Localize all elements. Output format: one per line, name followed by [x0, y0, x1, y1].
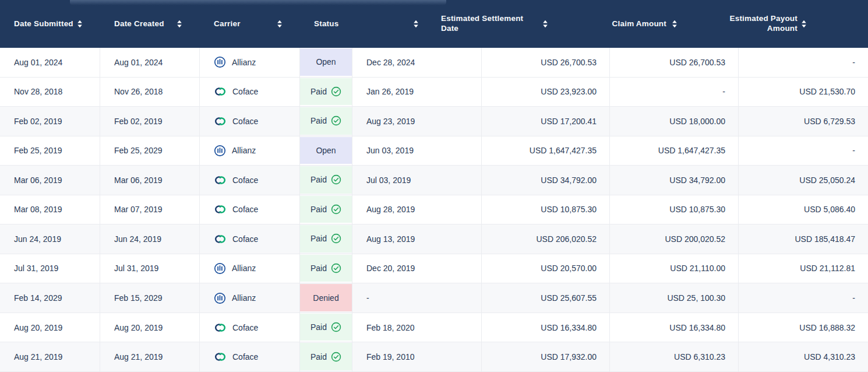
carrier-name: Coface [232, 176, 258, 185]
date-submitted-value: Aug 20, 2019 [14, 323, 62, 332]
status-text: Paid [310, 352, 327, 362]
estimated-settlement-date-value: Dec 20, 2019 [366, 264, 415, 273]
sort-icon[interactable] [801, 20, 807, 28]
estimated-settlement-date-value: Aug 23, 2019 [366, 117, 415, 126]
cell-carrier: Allianz [200, 48, 300, 77]
estimated-payout-amount-value: - [852, 293, 855, 303]
claim-amount-2-value: USD 16,334.80 [669, 323, 725, 332]
paid-check-icon [331, 204, 341, 215]
cell-carrier: Coface [200, 107, 300, 136]
claim-amount-2-value: USD 21,110.00 [670, 264, 725, 273]
cell-claim-amount-2: USD 25, 100.30 [610, 283, 739, 313]
status-badge: Denied [300, 284, 352, 311]
cell-carrier: Allianz [200, 254, 300, 283]
table-row[interactable]: Aug 21, 2019 Aug 21, 2019 Coface [0, 342, 868, 372]
allianz-logo-icon [214, 292, 226, 304]
cell-claim-amount-2: USD 10,875.30 [610, 195, 739, 224]
table-row[interactable]: Feb 02, 2019 Feb 02, 2019 Coface [0, 107, 868, 136]
estimated-settlement-date-value: Feb 19, 2010 [366, 352, 415, 362]
status-badge: Paid [300, 166, 352, 194]
column-label: Date Created [114, 19, 164, 29]
cell-estimated-payout-amount: USD 16,888.32 [739, 313, 868, 342]
estimated-payout-amount-value: - [852, 146, 855, 155]
cell-estimated-payout-amount: USD 6,729.53 [739, 107, 868, 136]
carrier-name: Coface [232, 234, 258, 244]
cell-date-submitted: Feb 14, 2029 [0, 283, 100, 313]
claim-amount-value: USD 206,020.52 [536, 234, 597, 244]
date-created-value: Jul 31, 2019 [114, 264, 158, 273]
table-row[interactable]: Feb 25, 2019 Feb 25, 2029 Allianz [0, 136, 868, 166]
cell-date-created: Jul 31, 2019 [100, 254, 200, 283]
table-row[interactable]: Jun 24, 2019 Jun 24, 2019 Coface [0, 224, 868, 254]
column-header-status[interactable]: Status [300, 0, 427, 48]
status-text: Paid [310, 116, 327, 125]
cell-status: Paid [300, 107, 352, 136]
sort-icon[interactable] [413, 20, 419, 28]
table-row[interactable]: Feb 14, 2029 Feb 15, 2029 Allianz [0, 283, 868, 313]
table-row[interactable]: Mar 08, 2019 Mar 07, 2019 Coface [0, 195, 868, 225]
date-created-value: Aug 20, 2019 [114, 323, 163, 332]
sort-icon[interactable] [177, 20, 182, 28]
cell-status: Paid [300, 166, 352, 195]
table-row[interactable]: Aug 20, 2019 Aug 20, 2019 Coface [0, 313, 868, 343]
column-header-date-created[interactable]: Date Created [100, 0, 200, 48]
column-label: Carrier [214, 19, 241, 29]
date-created-value: Feb 02, 2019 [114, 117, 163, 126]
cell-date-created: Feb 02, 2019 [100, 107, 200, 136]
date-created-value: Nov 26, 2018 [114, 87, 163, 96]
date-submitted-value: Feb 02, 2019 [14, 117, 62, 126]
table-row[interactable]: Mar 06, 2019 Mar 06, 2019 Coface [0, 166, 868, 195]
status-text: Paid [310, 322, 327, 332]
column-header-estimated-settlement-date[interactable]: Estimated Settlement Date [427, 0, 556, 48]
table-row[interactable]: Nov 28, 2018 Nov 26, 2018 Coface [0, 78, 868, 107]
status-text: Denied [313, 293, 338, 303]
cell-carrier: Coface [200, 166, 300, 195]
cell-date-submitted: Mar 08, 2019 [0, 195, 100, 224]
cell-claim-amount: USD 10,875.30 [482, 195, 610, 224]
cell-estimated-settlement-date: Aug 28, 2019 [352, 195, 482, 224]
date-submitted-value: Mar 06, 2019 [14, 176, 62, 185]
column-header-claim-amount[interactable]: Claim Amount [556, 0, 686, 48]
cell-estimated-payout-amount: USD 21,112.81 [739, 254, 868, 283]
estimated-payout-amount-value: - [852, 58, 855, 67]
cell-status: Paid [300, 313, 352, 342]
carrier-name: Allianz [232, 264, 256, 273]
cell-date-submitted: Nov 28, 2018 [0, 78, 100, 107]
coface-logo-icon [214, 176, 227, 185]
claim-amount-2-value: USD 10,875.30 [669, 205, 725, 214]
sort-icon[interactable] [77, 20, 83, 28]
claim-amount-2-value: USD 26,700.53 [669, 58, 725, 67]
coface-logo-icon [214, 205, 227, 214]
cell-estimated-settlement-date: Dec 20, 2019 [352, 254, 482, 283]
status-badge: Paid [300, 107, 352, 135]
cell-claim-amount: USD 17,200.41 [482, 107, 610, 136]
carrier-badge: Coface [214, 352, 258, 362]
cell-status: Paid [300, 224, 352, 254]
status-badge: Open [300, 48, 352, 76]
sort-icon[interactable] [542, 20, 548, 28]
column-header-estimated-payout-amount[interactable]: Estimated Payout Amount [686, 0, 815, 48]
cell-claim-amount: USD 20,570.00 [482, 254, 610, 283]
column-label: Status [314, 19, 338, 29]
table-row[interactable]: Jul 31, 2019 Jul 31, 2019 Allianz [0, 254, 868, 284]
date-submitted-value: Aug 21, 2019 [14, 352, 62, 362]
cell-carrier: Coface [200, 195, 300, 224]
cell-claim-amount: USD 34,792.00 [482, 166, 610, 195]
claim-amount-2-value: USD 1,647,427.35 [658, 146, 725, 155]
estimated-settlement-date-value: Jun 03, 2019 [366, 146, 414, 155]
date-submitted-value: Feb 25, 2019 [14, 146, 62, 155]
coface-logo-icon [214, 323, 227, 332]
cell-claim-amount-2: USD 200,020.52 [610, 224, 739, 254]
cell-carrier: Coface [200, 78, 300, 107]
table-row[interactable]: Aug 01, 2024 Aug 01, 2024 Allianz [0, 48, 868, 78]
carrier-badge: Coface [214, 117, 258, 126]
column-header-date-submitted[interactable]: Date Submitted [0, 0, 100, 48]
sort-icon[interactable] [672, 20, 678, 28]
date-submitted-value: Jun 24, 2019 [14, 234, 61, 244]
sort-icon[interactable] [277, 20, 283, 28]
status-text: Open [316, 146, 336, 155]
cell-date-created: Nov 26, 2018 [100, 78, 200, 107]
cell-estimated-payout-amount: - [739, 136, 868, 166]
cell-date-submitted: Mar 06, 2019 [0, 166, 100, 195]
column-header-carrier[interactable]: Carrier [200, 0, 300, 48]
